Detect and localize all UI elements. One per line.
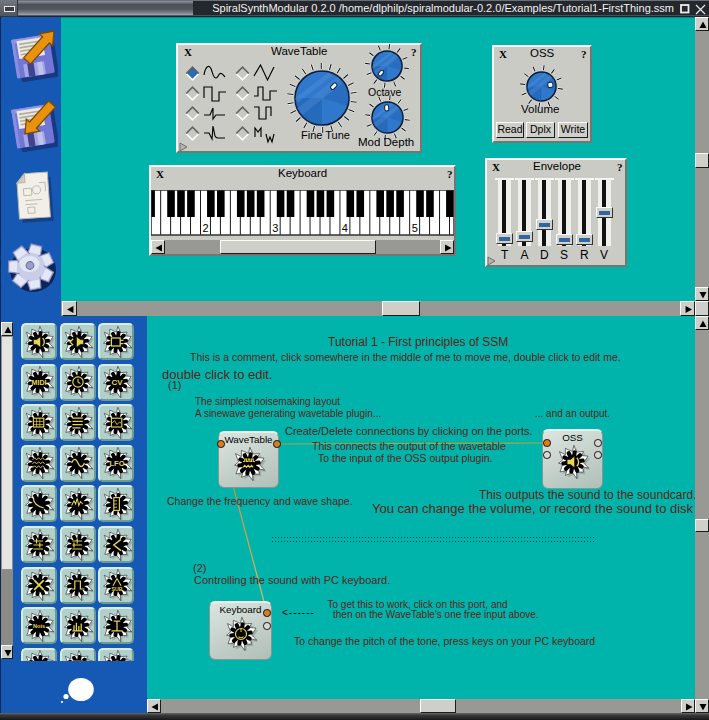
svg-text:MIDI: MIDI — [32, 378, 47, 387]
svg-text:2: 2 — [202, 222, 208, 234]
svg-text:LFO: LFO — [109, 460, 124, 469]
svg-text:Nois: Nois — [33, 623, 45, 629]
svg-text:5: 5 — [412, 222, 418, 234]
svg-text:3: 3 — [272, 222, 278, 234]
svg-text:4: 4 — [342, 222, 348, 234]
svg-text:SUB: SUB — [111, 586, 122, 592]
svg-text:CV: CV — [111, 378, 123, 387]
